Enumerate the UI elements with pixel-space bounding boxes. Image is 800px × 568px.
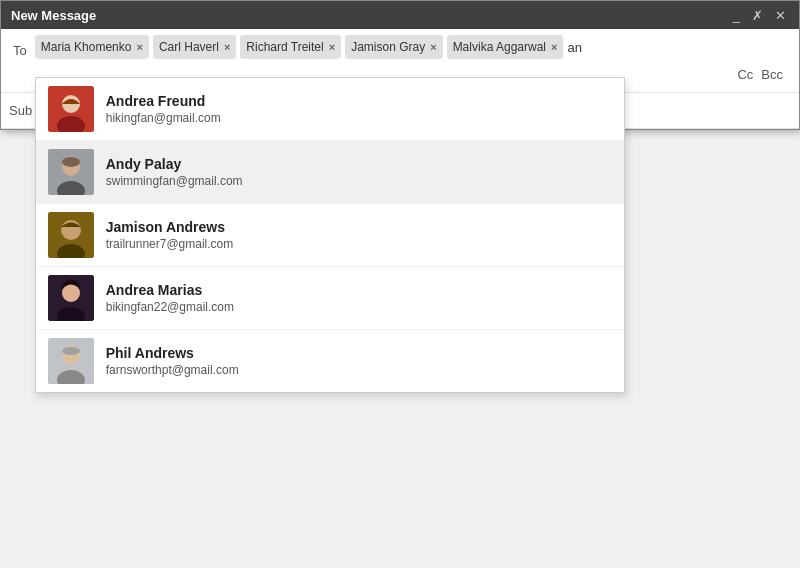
avatar-andrea-freund — [48, 86, 94, 132]
recipient-name-maria: Maria Khomenko — [41, 40, 132, 54]
svg-point-16 — [62, 347, 80, 355]
recipient-chip-malvika: Malvika Aggarwal × — [447, 35, 564, 59]
to-input[interactable] — [567, 35, 627, 59]
recipient-name-malvika: Malvika Aggarwal — [453, 40, 546, 54]
recipient-chip-jamison-gray: Jamison Gray × — [345, 35, 442, 59]
dropdown-item-phil-andrews[interactable]: Phil Andrews farnsworthpt@gmail.com — [36, 330, 624, 392]
bcc-link[interactable]: Bcc — [761, 67, 783, 82]
avatar-andy-palay — [48, 149, 94, 195]
avatar-phil-andrews — [48, 338, 94, 384]
contact-email-jamison-andrews: trailrunner7@gmail.com — [106, 237, 234, 251]
avatar-jamison-andrews — [48, 212, 94, 258]
to-label: To — [9, 35, 35, 67]
contact-info-phil-andrews: Phil Andrews farnsworthpt@gmail.com — [106, 345, 239, 377]
close-button[interactable]: ✕ — [772, 8, 789, 23]
contact-info-andrea-marias: Andrea Marias bikingfan22@gmail.com — [106, 282, 234, 314]
maximize-button[interactable]: ✗ — [749, 8, 766, 23]
avatar-svg-phil-andrews — [48, 338, 94, 384]
cc-link[interactable]: Cc — [737, 67, 753, 82]
dropdown-item-andrea-freund[interactable]: Andrea Freund hikingfan@gmail.com — [36, 78, 624, 141]
window-controls: _ ✗ ✕ — [730, 8, 789, 23]
dropdown-item-andrea-marias[interactable]: Andrea Marias bikingfan22@gmail.com — [36, 267, 624, 330]
title-bar: New Message _ ✗ ✕ — [1, 1, 799, 29]
remove-richard-button[interactable]: × — [329, 41, 335, 53]
contact-email-andrea-marias: bikingfan22@gmail.com — [106, 300, 234, 314]
contact-email-andy-palay: swimmingfan@gmail.com — [106, 174, 243, 188]
recipient-chip-carl: Carl Haverl × — [153, 35, 236, 59]
recipient-chip-richard: Richard Treitel × — [240, 35, 341, 59]
contact-name-andy-palay: Andy Palay — [106, 156, 243, 172]
contact-name-andrea-freund: Andrea Freund — [106, 93, 221, 109]
autocomplete-dropdown: Andrea Freund hikingfan@gmail.com — [35, 77, 625, 393]
remove-maria-button[interactable]: × — [136, 41, 142, 53]
dropdown-item-andy-palay[interactable]: Andy Palay swimmingfan@gmail.com — [36, 141, 624, 204]
cc-bcc-area: Cc Bcc — [729, 63, 791, 86]
remove-malvika-button[interactable]: × — [551, 41, 557, 53]
contact-info-andrea-freund: Andrea Freund hikingfan@gmail.com — [106, 93, 221, 125]
avatar-svg-andrea-freund — [48, 86, 94, 132]
contact-name-phil-andrews: Phil Andrews — [106, 345, 239, 361]
avatar-svg-andy-palay — [48, 149, 94, 195]
dropdown-item-jamison-andrews[interactable]: Jamison Andrews trailrunner7@gmail.com — [36, 204, 624, 267]
contact-email-andrea-freund: hikingfan@gmail.com — [106, 111, 221, 125]
contact-name-jamison-andrews: Jamison Andrews — [106, 219, 234, 235]
compose-window: New Message _ ✗ ✕ To Maria Khomenko × Ca… — [0, 0, 800, 130]
avatar-andrea-marias — [48, 275, 94, 321]
contact-info-jamison-andrews: Jamison Andrews trailrunner7@gmail.com — [106, 219, 234, 251]
svg-point-6 — [62, 157, 80, 167]
avatar-svg-andrea-marias — [48, 275, 94, 321]
minimize-button[interactable]: _ — [730, 8, 743, 23]
contact-info-andy-palay: Andy Palay swimmingfan@gmail.com — [106, 156, 243, 188]
remove-carl-button[interactable]: × — [224, 41, 230, 53]
compose-area: To Maria Khomenko × Carl Haverl × Richar… — [1, 29, 799, 129]
recipient-name-richard: Richard Treitel — [246, 40, 323, 54]
recipient-name-jamison-gray: Jamison Gray — [351, 40, 425, 54]
contact-email-phil-andrews: farnsworthpt@gmail.com — [106, 363, 239, 377]
contact-name-andrea-marias: Andrea Marias — [106, 282, 234, 298]
recipient-chip-maria: Maria Khomenko × — [35, 35, 149, 59]
remove-jamison-gray-button[interactable]: × — [430, 41, 436, 53]
avatar-svg-jamison-andrews — [48, 212, 94, 258]
window-title: New Message — [11, 8, 96, 23]
recipient-name-carl: Carl Haverl — [159, 40, 219, 54]
